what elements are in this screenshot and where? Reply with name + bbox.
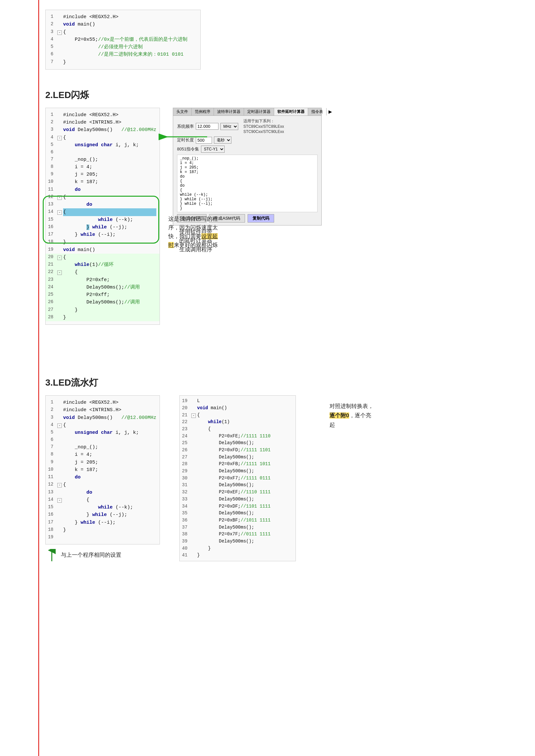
code-editor-section3-left: 1#include <REGX52.H> 2#include <INTRINS.… <box>45 395 160 544</box>
section3-same-setting-label: 与上一个程序相同的设置 <box>61 551 121 560</box>
code-editor-section1: 1 #include <REGX52.H> 2 void main() 3 - … <box>45 10 201 69</box>
section2-heading: 2.LED闪烁 <box>45 89 516 101</box>
section2-left-code-wrapper: 1#include <REGX52.H> 2#include <INTRINS.… <box>45 108 160 325</box>
section3-left-code-wrapper: 1#include <REGX52.H> 2#include <INTRINS.… <box>45 395 160 562</box>
sys-freq-input[interactable] <box>196 123 218 130</box>
tab-examples[interactable]: 范例程序 <box>192 108 214 116</box>
section3-heading: 3.LED流水灯 <box>45 377 516 389</box>
tab-instr[interactable]: 指令表 <box>308 108 326 116</box>
code-line: 2 void main() <box>46 21 200 28</box>
fold-icon[interactable]: - <box>57 30 62 35</box>
timer-len-unit[interactable]: 毫秒 <box>214 137 231 144</box>
timer-len-label: 定时长度 <box>177 137 194 143</box>
section2-area: 1#include <REGX52.H> 2#include <INTRINS.… <box>45 108 516 325</box>
code-editor-section3-right: 19L 20void main() 21-{ 22 while(1) 23 { … <box>179 395 296 561</box>
timer-len-row: 定时长度 毫秒 <box>177 137 318 144</box>
section3-row: 1#include <REGX52.H> 2#include <INTRINS.… <box>45 395 516 562</box>
fold-icon[interactable]: - <box>57 195 62 200</box>
section2-heading-text: 2.LED闪烁 <box>45 89 89 101</box>
applicable-series: 适用于如下系列： STC89Cxx/STC89LExx STC90Cxx/STC… <box>243 119 284 135</box>
timer-freq-row: 系统频率 MHz 适用于如下系列： STC89Cxx/STC89LExx STC… <box>177 119 318 135</box>
section3-area: 1#include <REGX52.H> 2#include <INTRINS.… <box>45 395 516 562</box>
fold-icon[interactable]: - <box>57 423 62 428</box>
code-line: 6 //是用二进制转化来来的：0101 0101 <box>46 51 200 58</box>
tab-delay-calc[interactable]: 软件延时计算器 <box>274 108 308 116</box>
timer-box-content: 系统频率 MHz 适用于如下系列： STC89Cxx/STC89LExx STC… <box>173 116 322 225</box>
section1-code-block: 1 #include <REGX52.H> 2 void main() 3 - … <box>45 10 516 69</box>
tab-arrow[interactable]: ▶ <box>326 108 334 116</box>
fold-icon[interactable]: - <box>57 498 62 503</box>
code-line: 1 #include <REGX52.H> <box>46 13 200 21</box>
green-arrow-bottom <box>45 549 58 562</box>
section3-bottom-annotation: 与上一个程序相同的设置 <box>45 549 160 562</box>
section2-row: 1#include <REGX52.H> 2#include <INTRINS.… <box>45 108 516 325</box>
section3-right-annotation: 对照进制转换表，逐个附0，逐个亮起 <box>329 402 374 430</box>
tab-headers[interactable]: 头文件 <box>173 108 192 116</box>
section3-heading-text: 3.LED流水灯 <box>45 377 98 389</box>
section3-right-code-wrapper: 19L 20void main() 21-{ 22 while(1) 23 { … <box>179 395 296 561</box>
copy-code-btn[interactable]: 复制代码 <box>248 214 274 223</box>
timer-calculator-box: 头文件 范例程序 波特率计算器 定时器计算器 软件延时计算器 指令表 ▶ 系统频… <box>173 108 322 226</box>
fold-icon[interactable]: - <box>191 414 196 418</box>
sys-freq-label: 系统频率 <box>177 123 194 129</box>
instr-set-label: 8051指令集 <box>177 146 199 152</box>
code-line: 4 P2=0x55;//0x是一个前缀，代表后面的是十六进制 <box>46 36 200 43</box>
instr-set-select[interactable]: STC-Y1 <box>201 146 225 153</box>
code-line: 5 //必须使用十六进制 <box>46 43 200 51</box>
code-line: 7 } <box>46 59 200 66</box>
fold-icon[interactable]: - <box>57 483 62 488</box>
fold-icon[interactable]: - <box>57 270 62 275</box>
freq-unit-select[interactable]: MHz <box>220 123 238 130</box>
tab-baud[interactable]: 波特率计算器 <box>214 108 244 116</box>
fold-icon[interactable]: - <box>57 136 62 140</box>
instr-set-row: 8051指令集 STC-Y1 <box>177 146 318 153</box>
timer-tabs: 头文件 范例程序 波特率计算器 定时器计算器 软件延时计算器 指令表 ▶ <box>173 108 322 116</box>
tab-timer-calc[interactable]: 定时器计算器 <box>244 108 274 116</box>
timer-len-input[interactable] <box>196 137 212 144</box>
fold-icon[interactable]: - <box>57 210 62 215</box>
fold-icon[interactable]: - <box>57 256 62 260</box>
timer-generated-code: _nop_(); i = 4; j = 205; k = 187; do { d… <box>177 155 318 212</box>
code-editor-section2: 1#include <REGX52.H> 2#include <INTRINS.… <box>45 108 160 325</box>
code-line: 3 - { <box>46 28 200 36</box>
annotation-own-program: 这是我们自己写的程序，因为闪烁速度太快，我们需要设置延时来更好的观察闪烁 <box>168 214 218 250</box>
